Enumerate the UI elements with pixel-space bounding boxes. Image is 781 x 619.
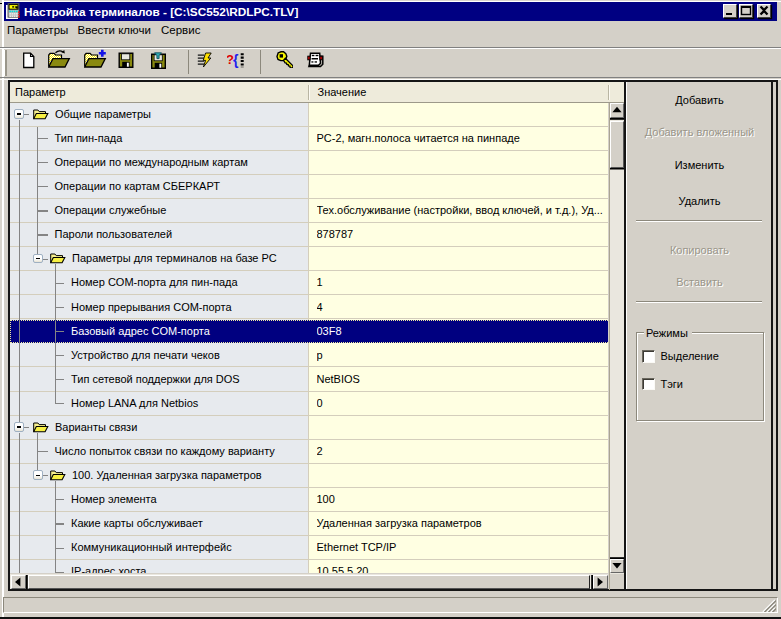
svg-text:{: { [233,51,239,67]
